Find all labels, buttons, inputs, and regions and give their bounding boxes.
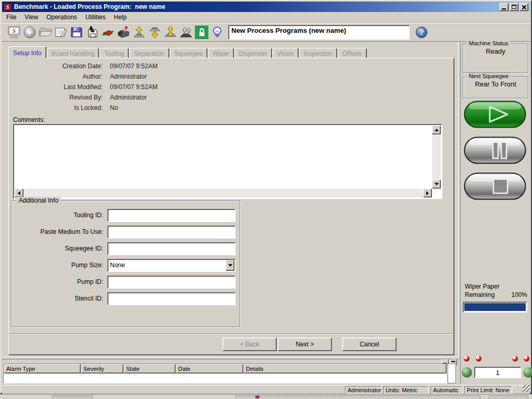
setup-info-page: Creation Date: 09/07/07 9:52AM Author: A… (8, 58, 454, 355)
tab-offsets[interactable]: Offsets (338, 48, 367, 58)
pump-size-label: Pump Size: (11, 261, 103, 269)
menu-utilities[interactable]: Utilities (81, 13, 110, 22)
form-divider (9, 333, 453, 334)
paste-medium-field[interactable] (107, 226, 236, 239)
board-up-icon[interactable] (131, 24, 147, 40)
maximize-button[interactable] (510, 3, 518, 11)
load-board-icon[interactable] (100, 24, 116, 40)
scroll-down-icon (435, 183, 439, 185)
app-monitor-icon[interactable]: S (6, 24, 22, 40)
tooling-id-field[interactable] (107, 209, 236, 222)
comments-vscrollbar[interactable] (432, 126, 441, 189)
comments-hscrollbar[interactable] (15, 189, 432, 197)
tab-dispenser[interactable]: Dispenser (234, 48, 272, 58)
led-red-1 (464, 356, 469, 361)
bulb-icon[interactable] (209, 24, 225, 40)
additional-info-legend: Additional Info (17, 197, 60, 204)
pump-id-field[interactable] (107, 276, 236, 289)
alarm-col-date[interactable]: Date (176, 364, 243, 373)
comments-text[interactable] (15, 126, 432, 189)
wiper-paper-label-line2: Remaining 100% (465, 291, 528, 298)
resize-grip[interactable] (523, 385, 530, 392)
stop-button[interactable] (464, 172, 526, 200)
alarm-col-type[interactable]: Alarm Type (4, 364, 81, 373)
tooling-id-row: Tooling ID: (11, 208, 240, 222)
tab-squeegee[interactable]: Squeegee (170, 48, 208, 58)
save-as-icon[interactable] (84, 24, 100, 40)
alarm-col-state[interactable]: State (123, 364, 176, 373)
pump-size-row: Pump Size: None (11, 258, 240, 272)
comments-textarea[interactable] (13, 124, 442, 199)
creation-date-label: Creation Date: (9, 63, 103, 73)
scroll-right-button[interactable] (423, 189, 432, 197)
stencil-id-field[interactable] (107, 292, 236, 305)
app-window: S Benchmark - Loaded Process Program: ne… (0, 0, 532, 394)
tab-inspection[interactable]: Inspection (299, 48, 337, 58)
revised-by-label: Revised By: (9, 94, 103, 104)
wiper-paper-label-line1: Wiper Paper (465, 283, 500, 290)
titlebar[interactable]: S Benchmark - Loaded Process Program: ne… (2, 2, 530, 12)
board-down-icon[interactable] (147, 24, 163, 40)
alarm-scrollbar[interactable] (448, 364, 456, 383)
last-modified-label: Last Modified: (9, 83, 103, 94)
screen: S Benchmark - Loaded Process Program: ne… (0, 0, 532, 399)
author-value: Administrator (110, 73, 147, 83)
scroll-down-button[interactable] (432, 180, 441, 189)
revised-by-value: Administrator (110, 94, 147, 104)
menu-help[interactable]: Help (110, 13, 131, 22)
lock-icon[interactable] (194, 24, 209, 40)
menu-file[interactable]: File (2, 13, 20, 22)
open-folder-icon[interactable] (38, 24, 53, 40)
save-icon[interactable] (69, 24, 84, 40)
taskbar-fragment (52, 395, 93, 399)
next-button[interactable]: Next > (278, 338, 332, 351)
meta-row-revised-by: Revised By: Administrator (9, 94, 147, 104)
cancel-button[interactable]: Cancel (342, 338, 397, 351)
maximize-icon (512, 5, 516, 9)
cycle-count-field[interactable]: 1 (474, 367, 521, 378)
alarm-pane: Alarm Type Severity State Date Details (2, 359, 459, 384)
close-button[interactable] (519, 3, 528, 11)
minimize-button[interactable] (500, 3, 509, 11)
vertical-splitter[interactable] (458, 42, 461, 384)
alarm-col-details[interactable]: Details (243, 364, 447, 373)
help-button[interactable]: ? (416, 27, 427, 38)
squeegee-id-field[interactable] (107, 242, 236, 255)
pump-size-value[interactable]: None (107, 259, 236, 272)
tab-separation[interactable]: Separation (129, 48, 169, 58)
edit-notepad-icon[interactable] (53, 24, 69, 40)
scroll-left-button[interactable] (15, 189, 23, 197)
board-travel-icon[interactable] (163, 24, 178, 40)
back-icon[interactable] (22, 24, 38, 40)
menu-operations[interactable]: Operations (42, 13, 81, 22)
tab-setup-info[interactable]: Setup Info (8, 46, 46, 58)
pump-size-dropdown-button[interactable] (226, 260, 234, 271)
app-logo-icon: S (4, 3, 11, 11)
stencil-id-row: Stencil ID: (11, 292, 240, 305)
tab-wiper[interactable]: Wiper (208, 48, 233, 58)
status-user: Administrator (345, 386, 381, 394)
pump-size-select[interactable]: None (103, 259, 236, 272)
taskbar-fragment (489, 395, 528, 399)
scroll-up-button[interactable] (432, 126, 441, 134)
machine-panel: Machine Status Ready Next Squeegee Rear … (462, 42, 531, 384)
led-green-right (523, 367, 532, 378)
alarm-col-severity[interactable]: Severity (81, 364, 123, 373)
menu-view[interactable]: View (20, 13, 42, 22)
back-button[interactable]: < Back (222, 338, 277, 351)
stencil-lift-icon[interactable] (178, 24, 194, 40)
tab-board-handling[interactable]: Board Handling (47, 48, 100, 58)
window-title: Benchmark - Loaded Process Program: new … (14, 3, 165, 10)
tab-tooling[interactable]: Tooling (100, 48, 129, 58)
statusbar: Administrator Units: Metric Automatic Pr… (2, 385, 530, 394)
tab-vision[interactable]: Vision (273, 48, 299, 58)
led-red-4 (524, 356, 529, 361)
camera-icon[interactable] (116, 24, 131, 40)
squeegee-id-label: Squeegee ID: (11, 245, 103, 252)
scroll-up-icon (435, 129, 439, 131)
program-name-box[interactable]: New Process Programs (new name) (228, 25, 410, 40)
pause-button[interactable] (464, 136, 526, 164)
play-button[interactable] (464, 101, 526, 128)
paste-medium-label: Paste Medium To Use: (11, 228, 103, 235)
alarm-table-body (4, 373, 447, 383)
